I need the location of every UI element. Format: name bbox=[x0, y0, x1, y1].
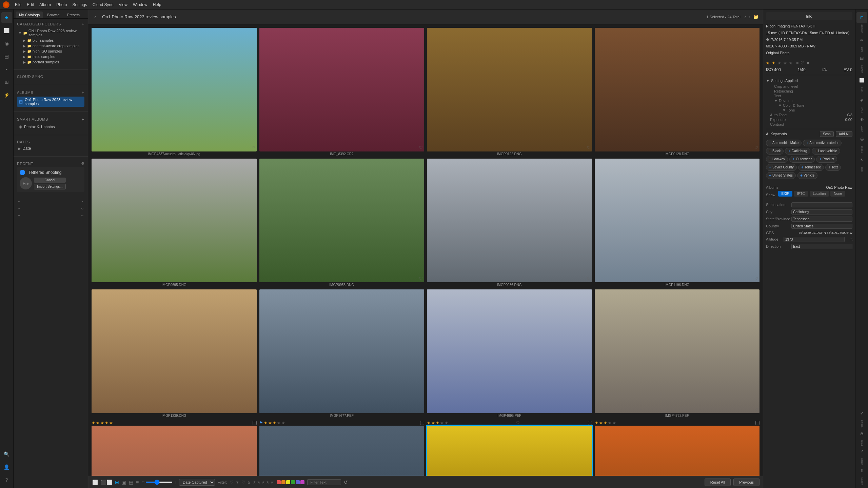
star-1-14[interactable]: ★ bbox=[264, 421, 268, 425]
add-catalog-btn[interactable]: + bbox=[81, 21, 84, 27]
exif-tab-iptc[interactable]: IPTC bbox=[794, 191, 808, 197]
menu-edit[interactable]: Edit bbox=[27, 2, 34, 7]
photo-cell-16[interactable]: ★ ★ ★ ★ ★ ♡ YIMGP0780.DNG bbox=[595, 420, 760, 476]
rating-star-4[interactable]: ★ bbox=[783, 61, 787, 65]
ri-share[interactable]: ↗ Share bbox=[856, 446, 867, 465]
heart-icon-4[interactable]: ♡ bbox=[754, 145, 758, 150]
heart-icon-1[interactable]: ♡ bbox=[252, 145, 255, 150]
sidebar-icon-lightning[interactable]: ⚡ bbox=[1, 89, 12, 100]
filter-heart3-icon[interactable]: ♡ bbox=[241, 480, 245, 485]
folder-crop[interactable]: ▶ 📁 content-aware crop samples bbox=[22, 43, 84, 48]
photo-cell-12[interactable]: ♡ IMGP4722.PEF bbox=[595, 289, 760, 418]
sidebar-icon-user[interactable]: 👤 bbox=[1, 462, 12, 472]
heart-icon-7[interactable]: ♡ bbox=[587, 276, 591, 281]
menu-settings[interactable]: Settings bbox=[72, 2, 87, 7]
ai-scan-btn[interactable]: Scan bbox=[820, 131, 834, 137]
photo-cell-7[interactable]: ♡ IMGP0986.DNG bbox=[427, 159, 592, 287]
view-icon-list[interactable]: ≡ bbox=[135, 479, 139, 486]
filter-star-1[interactable]: ★ bbox=[253, 480, 256, 485]
photo-cell-3[interactable]: ♡ IMGP0122.DNG bbox=[427, 28, 592, 156]
photo-cell-15[interactable]: ★ ★ ★ ★ ★ ♡ YIMGP1023.DNG bbox=[427, 420, 592, 476]
ri-hdr[interactable]: ◈ HDR bbox=[856, 95, 867, 113]
view-icon-grid2[interactable]: ▣ bbox=[121, 479, 127, 486]
star-1-13[interactable]: ★ bbox=[92, 421, 95, 425]
swatch-green[interactable] bbox=[291, 480, 295, 484]
kw-tennessee[interactable]: + Tennessee bbox=[798, 164, 824, 171]
view-icon-single[interactable]: ⬜ bbox=[92, 479, 99, 486]
photo-thumb-5[interactable]: ♡ bbox=[92, 159, 257, 282]
ri-focus-icon[interactable]: ◎ bbox=[856, 134, 867, 144]
star-4-16[interactable]: ★ bbox=[608, 421, 612, 425]
heart-icon-15[interactable]: ♡ bbox=[516, 421, 520, 425]
expand-left-btn[interactable]: ⌄ bbox=[17, 198, 21, 203]
setting-tone[interactable]: ▼ Tone bbox=[770, 108, 852, 113]
swatch-purple[interactable] bbox=[300, 480, 304, 484]
photo-thumb-2[interactable]: ♡ bbox=[259, 28, 425, 151]
ri-export-icon[interactable]: ⬆ bbox=[856, 465, 867, 476]
folder-misc[interactable]: ▶ 📁 misc samples bbox=[22, 54, 84, 59]
star-3-16[interactable]: ★ bbox=[604, 421, 607, 425]
menu-album[interactable]: Album bbox=[39, 2, 51, 7]
ri-hdr-icon[interactable]: ◈ bbox=[856, 95, 867, 105]
expand-left-btn-3[interactable]: ⌄ bbox=[17, 212, 21, 217]
heart-icon-info[interactable]: ♡ bbox=[801, 61, 804, 65]
photo-thumb-12[interactable]: ♡ bbox=[595, 289, 760, 413]
photo-cell-1[interactable]: ♡ IMGP4337-ocudro...atic-sky-06.jpg bbox=[92, 28, 257, 156]
sidebar-icon-camera[interactable]: ◉ bbox=[1, 38, 12, 49]
photo-thumb-10[interactable] bbox=[259, 289, 425, 413]
ri-browse[interactable]: ⊡ Browse bbox=[856, 12, 867, 34]
rating-star-2[interactable]: ★ bbox=[772, 61, 775, 65]
photo-thumb-9[interactable] bbox=[92, 289, 257, 413]
ri-layers[interactable]: ▤ Layers bbox=[856, 53, 867, 73]
heart-icon-3[interactable]: ♡ bbox=[587, 145, 591, 150]
photo-cell-14[interactable]: ⚑ ★ ★ ★ ★ ★ YIMGP0996.DNG bbox=[259, 420, 425, 476]
swatch-blue[interactable] bbox=[296, 480, 300, 484]
recent-settings-icon[interactable]: ⚙ bbox=[81, 161, 85, 166]
photo-cell-11[interactable]: IMGP4695.PEF bbox=[427, 289, 592, 418]
photo-checkbox-15[interactable] bbox=[588, 421, 592, 425]
kw-sevier[interactable]: + Sevier County bbox=[766, 164, 797, 171]
photo-cell-8[interactable]: ♡ IMGP1196.DNG bbox=[595, 159, 760, 287]
altitude-input[interactable] bbox=[784, 237, 845, 242]
sidebar-icon-search[interactable]: 🔍 bbox=[1, 449, 12, 460]
kw-outerwear[interactable]: + Outerwear bbox=[789, 156, 815, 163]
menu-window[interactable]: Window bbox=[133, 2, 147, 7]
state-input[interactable] bbox=[791, 217, 852, 222]
folder-icon[interactable]: 📁 bbox=[753, 14, 759, 20]
ri-share-icon[interactable]: ↗ bbox=[856, 446, 867, 457]
expand-right-btn-3[interactable]: ⌄ bbox=[80, 212, 84, 217]
filter-star-5[interactable]: ★ bbox=[270, 480, 274, 485]
setting-develop-toggle[interactable]: ▼ Develop bbox=[770, 98, 852, 103]
star-2-13[interactable]: ★ bbox=[96, 421, 100, 425]
cloud-sync-title[interactable]: Cloud Sync bbox=[17, 75, 84, 79]
kw-land-vehicle[interactable]: + Land vehicle bbox=[812, 148, 840, 155]
ri-pano[interactable]: ⬜ Pano bbox=[856, 75, 867, 94]
refresh-btn[interactable]: ↺ bbox=[344, 480, 348, 485]
filter-heart2-icon[interactable]: ♥ bbox=[236, 480, 239, 485]
star-5-13[interactable]: ★ bbox=[109, 421, 113, 425]
ri-browse-icon[interactable]: ⊡ bbox=[856, 12, 867, 23]
fire-btn[interactable]: Fire bbox=[20, 177, 32, 189]
star-2-15[interactable]: ★ bbox=[431, 421, 435, 425]
photo-thumb-16[interactable]: ♡ bbox=[595, 426, 760, 476]
menu-help[interactable]: Help bbox=[153, 2, 161, 7]
tab-my-catalogs[interactable]: My Catalogs bbox=[16, 12, 43, 18]
kw-vehicle[interactable]: + Vehicle bbox=[797, 172, 817, 179]
country-input[interactable] bbox=[791, 224, 852, 229]
star-5-16[interactable]: ★ bbox=[612, 421, 616, 425]
filter-text-input[interactable] bbox=[307, 479, 341, 485]
menu-photo[interactable]: Photo bbox=[56, 2, 67, 7]
photo-cell-5[interactable]: ♡ IMGP0695.DNG bbox=[92, 159, 257, 287]
photo-checkbox-13[interactable] bbox=[253, 421, 257, 425]
photo-thumb-1[interactable]: ♡ bbox=[92, 28, 257, 151]
sort-dropdown[interactable]: Date Captured bbox=[179, 479, 215, 486]
exif-tab-location[interactable]: Location bbox=[810, 191, 829, 197]
tab-presets[interactable]: Presets bbox=[64, 12, 83, 18]
star-2-14[interactable]: ★ bbox=[268, 421, 272, 425]
ri-print[interactable]: 🖨 Print bbox=[856, 428, 867, 446]
ri-tone[interactable]: ☀ Tone bbox=[856, 155, 867, 172]
next-nav-icon[interactable]: › bbox=[749, 14, 750, 20]
expand-right-btn[interactable]: ⌄ bbox=[80, 198, 84, 203]
photo-checkbox-16[interactable] bbox=[755, 421, 760, 425]
swatch-orange[interactable] bbox=[281, 480, 285, 484]
